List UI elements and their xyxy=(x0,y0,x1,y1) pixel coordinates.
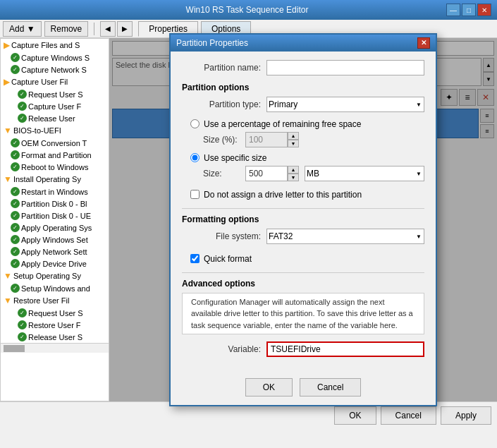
check-icon: ✓ xyxy=(18,320,27,329)
check-icon: ✓ xyxy=(11,162,20,171)
right-panel: Select the disk layout to use in the ▲ ▼… xyxy=(109,38,497,401)
size-percent-down-icon[interactable]: ▼ xyxy=(288,140,299,147)
folder-icon: ▼ xyxy=(4,126,12,135)
left-panel: ▶ Capture Files and S ✓ Capture Windows … xyxy=(0,38,109,401)
partition-options-title: Partition options xyxy=(182,83,424,92)
list-item[interactable]: ✓ Capture Network S xyxy=(1,63,109,75)
partition-type-select[interactable]: Primary Extended Logical xyxy=(266,97,424,112)
size-input[interactable] xyxy=(245,166,288,181)
list-item[interactable]: ▼ Restore User Fil xyxy=(1,294,109,307)
close-button[interactable]: ✕ xyxy=(477,4,491,16)
h-scrollbar[interactable] xyxy=(1,343,109,353)
maximize-button[interactable]: □ xyxy=(462,4,476,16)
check-icon: ✓ xyxy=(11,223,20,232)
folder-icon: ▼ xyxy=(4,174,12,184)
check-icon: ✓ xyxy=(18,332,27,341)
main-content: ▶ Capture Files and S ✓ Capture Windows … xyxy=(0,38,497,401)
check-icon: ✓ xyxy=(11,211,20,220)
variable-input[interactable] xyxy=(266,341,424,357)
radio-percentage[interactable] xyxy=(190,119,200,128)
list-item[interactable]: ✓ Partition Disk 0 - Bl xyxy=(1,198,109,210)
partition-name-input[interactable] xyxy=(266,60,424,75)
list-item[interactable]: ✓ Partition Disk 0 - UE xyxy=(1,210,109,222)
no-drive-letter-label: Do not assign a drive letter to this par… xyxy=(204,190,362,200)
list-item[interactable]: ✓ Format and Partition xyxy=(1,149,109,161)
advanced-info-text: Configuration Manager will automatically… xyxy=(182,293,424,335)
minimize-button[interactable]: — xyxy=(446,4,460,16)
check-icon: ✓ xyxy=(11,53,20,62)
size-percent-input[interactable] xyxy=(245,132,288,147)
title-bar: Win10 RS Task Sequence Editor — □ ✕ xyxy=(0,0,497,20)
file-system-label: File system: xyxy=(182,231,266,241)
apply-button[interactable]: Apply xyxy=(441,406,491,425)
no-drive-letter-checkbox[interactable] xyxy=(190,190,200,199)
list-item[interactable]: ✓ Release User S xyxy=(1,331,109,343)
list-item[interactable]: ✓ Request User S xyxy=(1,88,109,100)
check-icon: ✓ xyxy=(11,247,20,256)
file-system-row: File system: FAT32 NTFS exFAT xyxy=(182,229,424,244)
list-item[interactable]: ✓ Capture Windows S xyxy=(1,52,109,63)
quick-format-label: Quick format xyxy=(204,254,252,264)
modal-title: Partition Properties xyxy=(176,38,248,48)
list-item[interactable]: ▼ Install Operating Sy xyxy=(1,173,109,186)
check-icon: ✓ xyxy=(11,235,20,244)
size-spinner: ▲ ▼ xyxy=(245,166,299,181)
file-system-select[interactable]: FAT32 NTFS exFAT xyxy=(266,229,424,244)
list-item[interactable]: ✓ Apply Network Sett xyxy=(1,246,109,258)
forward-icon[interactable]: ▶ xyxy=(117,21,133,37)
size-unit-select[interactable]: MB GB TB xyxy=(305,166,424,181)
list-item[interactable]: ✓ Reboot to Windows xyxy=(1,161,109,173)
size-down-icon[interactable]: ▼ xyxy=(288,174,299,181)
size-percent-spinner-btns: ▲ ▼ xyxy=(288,132,299,147)
list-item[interactable]: ▼ Setup Operating Sy xyxy=(1,270,109,282)
size-unit-select-wrapper: MB GB TB xyxy=(305,166,424,181)
list-item[interactable]: ✓ Request User S xyxy=(1,307,109,319)
check-icon: ✓ xyxy=(18,102,27,111)
check-icon: ✓ xyxy=(11,199,20,208)
ok-button[interactable]: OK xyxy=(334,406,376,425)
partition-name-label: Partition name: xyxy=(182,63,266,73)
variable-row: Variable: xyxy=(182,341,424,357)
folder-icon: ▶ xyxy=(4,40,10,50)
list-item[interactable]: ✓ OEM Conversion T xyxy=(1,137,109,149)
remove-button[interactable]: Remove xyxy=(44,21,89,37)
partition-type-select-wrapper: Primary Extended Logical xyxy=(266,97,424,112)
radio-specific[interactable] xyxy=(190,153,200,162)
check-icon: ✓ xyxy=(18,90,27,99)
list-item[interactable]: ✓ Setup Windows and xyxy=(1,282,109,294)
list-item[interactable]: ✓ Apply Operating Sys xyxy=(1,222,109,234)
modal-overlay: Partition Properties ✕ Partition name: P… xyxy=(109,38,497,401)
modal-cancel-button[interactable]: Cancel xyxy=(300,378,361,396)
size-percent-spinner: ▲ ▼ xyxy=(245,132,299,147)
quick-format-checkbox[interactable] xyxy=(190,254,200,263)
check-icon: ✓ xyxy=(18,114,27,123)
modal-ok-button[interactable]: OK xyxy=(245,378,293,396)
check-icon: ✓ xyxy=(11,259,20,268)
list-item[interactable]: ▼ BIOS-to-UEFI xyxy=(1,124,109,137)
modal-titlebar: Partition Properties ✕ xyxy=(171,35,436,52)
list-item[interactable]: ▶ Capture User Fil xyxy=(1,75,109,88)
size-percent-up-icon[interactable]: ▲ xyxy=(288,132,299,140)
list-item[interactable]: ▶ Capture Files and S xyxy=(1,39,109,52)
back-icon[interactable]: ◀ xyxy=(100,21,116,37)
folder-icon: ▶ xyxy=(4,77,10,87)
size-up-icon[interactable]: ▲ xyxy=(288,166,299,174)
section-divider-2 xyxy=(182,272,424,273)
check-icon: ✓ xyxy=(11,284,20,293)
cancel-button[interactable]: Cancel xyxy=(381,406,436,425)
list-item[interactable]: ✓ Apply Device Drive xyxy=(1,258,109,270)
list-item[interactable]: ✓ Apply Windows Set xyxy=(1,234,109,246)
radio-percentage-label: Use a percentage of remaining free space xyxy=(204,119,361,129)
check-icon: ✓ xyxy=(11,65,20,74)
modal-body: Partition name: Partition options Partit… xyxy=(171,52,436,373)
size-row: Size: ▲ ▼ MB GB xyxy=(182,166,424,181)
list-item[interactable]: ✓ Restore User F xyxy=(1,319,109,331)
size-percent-row: Size (%): ▲ ▼ xyxy=(182,132,424,147)
list-item[interactable]: ✓ Release User xyxy=(1,112,109,124)
modal-close-button[interactable]: ✕ xyxy=(417,37,430,49)
add-menu-button[interactable]: Add ▼ xyxy=(3,21,42,37)
partition-name-row: Partition name: xyxy=(182,60,424,75)
partition-type-row: Partition type: Primary Extended Logical xyxy=(182,97,424,112)
list-item[interactable]: ✓ Restart in Windows xyxy=(1,186,109,198)
list-item[interactable]: ✓ Capture User F xyxy=(1,100,109,112)
